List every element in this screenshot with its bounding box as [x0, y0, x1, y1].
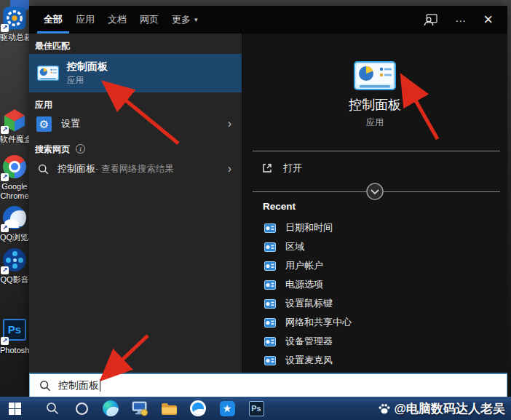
taskbar-photoshop-button[interactable]: Ps [242, 397, 271, 420]
result-web-search[interactable]: 控制面板 - 查看网络搜索结果 › [29, 157, 242, 181]
desktop-icon-label: QQ浏览器 [0, 233, 29, 242]
chevron-right-icon[interactable]: › [228, 117, 231, 130]
desktop-icon-softbox[interactable]: ↗ 软件魔盒 [0, 108, 29, 144]
result-settings[interactable]: ⚙ 设置 › [29, 111, 242, 136]
watermark-text: @电脑数码达人老吴 [394, 400, 505, 417]
recent-item[interactable]: 网络和共享中心 [242, 313, 507, 332]
preview-panel: 控制面板 应用 打开 Recent 日期和时间 区域 用户帐户 电源选项 设置鼠… [242, 33, 507, 373]
watermark: @电脑数码达人老吴 [378, 400, 505, 417]
desktop-icon-chrome[interactable]: ↗ Google Chrome [0, 154, 29, 201]
chevron-down-icon: ▾ [194, 16, 198, 23]
taskbar: ★ Ps @电脑数码达人老吴 [0, 397, 511, 420]
cortana-icon [76, 403, 88, 415]
photoshop-icon: Ps [249, 401, 264, 416]
desktop-icon-qqplayer[interactable]: ↗ QQ影音 [0, 247, 29, 285]
settings-label: 设置 [61, 117, 80, 130]
info-icon: i [76, 144, 85, 154]
preview-app-subtitle: 应用 [242, 116, 507, 129]
paw-icon [378, 402, 391, 415]
edge-icon [103, 400, 119, 416]
desktop-icon-label: QQ影音 [0, 275, 29, 285]
best-match-subtitle: 应用 [67, 75, 108, 86]
shortcut-arrow-icon: ↗ [1, 173, 9, 181]
divider [253, 151, 500, 151]
preview-app-title: 控制面板 [242, 96, 507, 114]
recent-item[interactable]: 电源选项 [242, 275, 507, 294]
desktop-icon-label: 驱动总裁 [0, 33, 29, 42]
control-panel-mini-icon [264, 261, 276, 271]
tab-more[interactable]: 更多 ▾ [172, 6, 198, 33]
tab-all[interactable]: 全部 [44, 6, 63, 33]
search-icon [46, 402, 59, 415]
tab-web[interactable]: 网页 [140, 6, 159, 33]
gear-icon: ⚙ [36, 116, 52, 132]
desktop-icon-label: Google Chrome [0, 182, 29, 201]
shortcut-arrow-icon: ↗ [1, 266, 9, 274]
control-panel-mini-icon [264, 242, 276, 252]
open-label: 打开 [283, 162, 302, 175]
web-section-header: 搜索网页i [35, 143, 85, 156]
shortcut-arrow-icon: ↗ [1, 126, 9, 134]
recent-list: 日期和时间 区域 用户帐户 电源选项 设置鼠标键 网络和共享中心 设备管理器 设… [242, 218, 507, 370]
recent-item[interactable]: 设置麦克风 [242, 351, 507, 370]
desktop-icon-label: Photoshop [0, 346, 29, 355]
taskbar-browser-button[interactable] [183, 397, 213, 420]
taskbar-cortana-button[interactable] [67, 397, 96, 420]
open-action[interactable]: 打开 [242, 159, 507, 177]
computer-manager-icon [132, 401, 148, 416]
control-panel-mini-icon [264, 337, 276, 346]
taskbar-file-explorer-button[interactable] [154, 397, 183, 420]
desktop-icon-qqbrowser[interactable]: ↗ QQ浏览器 [0, 205, 29, 242]
recent-item[interactable]: 设置鼠标键 [242, 294, 507, 313]
taskbar-star-app-button[interactable]: ★ [213, 397, 242, 420]
desktop-icon-photoshop[interactable]: Ps ↗ Photoshop [0, 317, 29, 355]
control-panel-mini-icon [264, 318, 276, 328]
recent-header: Recent [263, 201, 296, 212]
recent-item[interactable]: 用户帐户 [242, 256, 507, 275]
search-icon [39, 380, 51, 392]
search-input[interactable]: 控制面板 [29, 373, 507, 397]
control-panel-mini-icon [264, 356, 276, 365]
desktop-icon-driver[interactable]: ↗ 驱动总裁 [0, 6, 29, 42]
search-tab-bar: 全部 应用 文档 网页 更多 ▾ ··· × [29, 6, 507, 33]
shortcut-arrow-icon: ↗ [1, 224, 9, 232]
taskbar-edge-button[interactable] [96, 397, 125, 420]
best-match-title: 控制面板 [67, 60, 108, 74]
taskbar-search-button[interactable] [38, 397, 67, 420]
search-input-value: 控制面板 [58, 379, 99, 392]
results-panel: 最佳匹配 控制面板 应用 应用 ⚙ 设置 › 搜索网页i 控制面板 - 查看网络… [29, 33, 242, 373]
more-options-icon[interactable]: ··· [455, 15, 466, 25]
star-icon: ★ [220, 401, 235, 416]
recent-item[interactable]: 区域 [242, 237, 507, 256]
control-panel-icon-large [354, 61, 396, 90]
control-panel-mini-icon [264, 299, 276, 309]
web-query: 控制面板 [58, 162, 95, 175]
chevron-right-icon[interactable]: › [228, 162, 231, 175]
taskbar-computer-button[interactable] [125, 397, 154, 420]
start-button[interactable] [0, 397, 29, 420]
tab-apps[interactable]: 应用 [76, 6, 95, 33]
desktop-icon-label: 软件魔盒 [0, 135, 29, 144]
control-panel-mini-icon [264, 280, 276, 290]
best-match-result[interactable]: 控制面板 应用 [29, 54, 242, 92]
apps-section-header: 应用 [35, 99, 52, 111]
browser-cloud-icon [190, 400, 206, 416]
web-query-suffix: - 查看网络搜索结果 [95, 163, 174, 175]
search-icon [38, 164, 49, 175]
search-flyout: 全部 应用 文档 网页 更多 ▾ ··· × 最佳匹配 控制面板 应用 应用 ⚙… [29, 6, 507, 397]
windows-logo-icon [9, 403, 21, 415]
tab-documents[interactable]: 文档 [108, 6, 127, 33]
expand-chevron-button[interactable] [366, 183, 384, 200]
text-caret [100, 379, 100, 392]
shortcut-arrow-icon: ↗ [1, 24, 9, 32]
control-panel-mini-icon [264, 223, 276, 233]
screen: { "tabs": { "items": [ { "label": "全部", … [0, 0, 511, 420]
best-match-header: 最佳匹配 [35, 40, 70, 52]
shortcut-arrow-icon: ↗ [1, 337, 9, 345]
close-icon[interactable]: × [483, 10, 493, 29]
folder-icon [161, 402, 178, 416]
recent-item[interactable]: 日期和时间 [242, 218, 507, 237]
feedback-icon[interactable] [424, 14, 437, 26]
recent-item[interactable]: 设备管理器 [242, 332, 507, 351]
control-panel-icon [37, 66, 59, 81]
